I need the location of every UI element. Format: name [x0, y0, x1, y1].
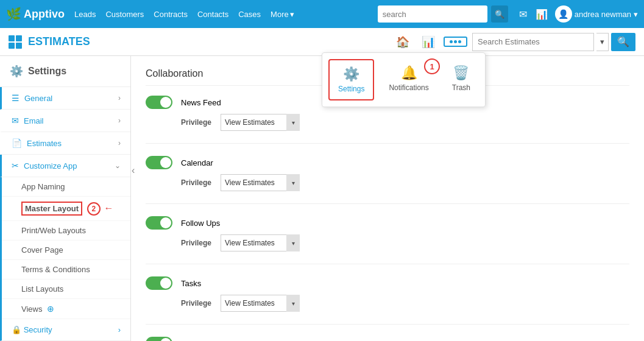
news-feed-toggle[interactable]: [146, 96, 172, 109]
dropdown-trash-label: Trash: [452, 83, 470, 92]
sidebar-item-estimates[interactable]: 📄 Estimates ›: [0, 132, 130, 155]
chevron-down-icon: ▾: [634, 10, 638, 19]
nav-contacts[interactable]: Contacts: [197, 10, 228, 19]
collab-item-tasks: Tasks Privilege View Estimates ▾: [146, 276, 629, 325]
trash-icon: 🗑️: [453, 65, 469, 81]
sidebar-general-label: General: [24, 94, 52, 103]
sidebar-header: ⚙️ Settings: [0, 56, 130, 87]
nav-more[interactable]: More ▾: [271, 10, 294, 19]
nav-cases[interactable]: Cases: [238, 10, 261, 19]
search-button[interactable]: 🔍: [491, 5, 508, 23]
logo-text: Apptivo: [24, 8, 65, 21]
sidebar-customize-label: Customize App: [24, 161, 77, 170]
sub-menu: App Naming Master Layout 2 ← Print/Web L…: [0, 177, 130, 319]
tasks-privilege-select[interactable]: View Estimates: [221, 295, 300, 312]
settings-icon: ⚙️: [343, 66, 359, 82]
sidebar-item-customize-app[interactable]: ✂ Customize App ⌄: [0, 155, 130, 177]
nav-links: Leads Customers Contracts Contacts Cases…: [74, 10, 294, 19]
user-name: andrea newman: [575, 10, 631, 19]
privilege-label-1: Privilege: [181, 178, 214, 187]
sidebar-collapse-area: ‹: [129, 165, 131, 176]
search-estimates-container: ▾ 🔍: [472, 33, 635, 51]
logo-leaf-icon: 🌿: [6, 7, 21, 21]
follow-ups-privilege-select[interactable]: View Estimates: [221, 234, 300, 251]
sidebar-item-views[interactable]: Views ⊕: [2, 299, 130, 319]
general-icon: ☰: [12, 93, 19, 103]
call-logs-toggle[interactable]: [146, 337, 172, 341]
sidebar-email-label: Email: [24, 116, 44, 125]
page-title: ESTIMATES: [28, 35, 90, 48]
notifications-icon: 🔔: [401, 65, 417, 81]
search-estimates-dropdown[interactable]: ▾: [596, 33, 609, 51]
nav-chart-icon[interactable]: 📊: [534, 7, 549, 21]
tasks-toggle[interactable]: [146, 276, 172, 290]
sub-header: ESTIMATES 🏠 📊 ▾ 🔍 ⚙️ Settings 🔔 Notifica…: [0, 28, 644, 56]
sidebar-title: Settings: [28, 66, 66, 77]
user-profile[interactable]: 👤 andrea newman ▾: [555, 5, 638, 23]
sidebar-item-cover-page[interactable]: Cover Page: [2, 241, 130, 260]
calendar-toggle[interactable]: [146, 156, 172, 169]
chevron-down-icon: ⌄: [115, 161, 121, 170]
top-search-area: 🔍: [378, 5, 508, 23]
nav-leads[interactable]: Leads: [74, 10, 96, 19]
estimates-grid-icon: [9, 35, 22, 49]
toggle-knob: [160, 338, 171, 341]
home-icon[interactable]: 🏠: [392, 33, 413, 51]
tasks-label: Tasks: [181, 279, 201, 288]
toggle-knob: [160, 278, 171, 289]
annotation-circle-1: 1: [424, 58, 440, 74]
email-icon: ✉: [12, 116, 19, 125]
sidebar: ⚙️ Settings ☰ General › ✉ Email › 📄 Esti…: [0, 56, 131, 341]
arrow-left-icon: ←: [104, 203, 113, 213]
chevron-right-icon: ›: [118, 325, 121, 334]
privilege-label-0: Privilege: [181, 118, 214, 127]
toggle-knob: [160, 97, 171, 108]
search-estimates-input[interactable]: [472, 33, 594, 51]
security-icon: 🔒: [12, 325, 21, 334]
chevron-right-icon: ›: [118, 139, 121, 147]
collab-item-calendar: Calendar Privilege View Estimates ▾: [146, 156, 629, 204]
sidebar-item-master-layout[interactable]: Master Layout 2 ←: [2, 197, 130, 221]
nav-icons-area: ✉ 📊 👤 andrea newman ▾: [518, 5, 638, 23]
dropdown-settings[interactable]: ⚙️ Settings: [328, 59, 374, 100]
sidebar-item-terms-conditions[interactable]: Terms & Conditions: [2, 260, 130, 279]
sidebar-security-label: Security: [24, 325, 52, 334]
nav-mail-icon[interactable]: ✉: [518, 7, 528, 21]
plus-icon[interactable]: ⊕: [47, 304, 54, 314]
sidebar-item-list-layouts[interactable]: List Layouts: [2, 279, 130, 299]
toggle-knob: [160, 157, 171, 168]
privilege-label-2: Privilege: [181, 239, 214, 247]
calendar-privilege-select[interactable]: View Estimates: [221, 174, 300, 191]
app-logo: 🌿 Apptivo: [6, 7, 65, 21]
follow-ups-toggle[interactable]: [146, 216, 172, 230]
sidebar-item-security[interactable]: 🔒 Security ›: [0, 319, 130, 341]
nav-contracts[interactable]: Contracts: [154, 10, 188, 19]
search-estimates-go[interactable]: 🔍: [611, 33, 635, 51]
chevron-right-icon: ›: [118, 116, 121, 125]
dropdown-trash[interactable]: 🗑️ Trash: [444, 59, 479, 100]
sidebar-item-app-naming[interactable]: App Naming: [2, 177, 130, 197]
dropdown-notifications-label: Notifications: [389, 83, 428, 92]
sidebar-collapse-button[interactable]: ‹: [129, 165, 131, 176]
sidebar-estimates-label: Estimates: [27, 139, 62, 148]
nav-customers[interactable]: Customers: [105, 10, 144, 19]
chart-bar-icon[interactable]: 📊: [418, 33, 439, 51]
annotation-circle-2: 2: [87, 202, 101, 216]
more-options-button[interactable]: [444, 37, 467, 47]
sub-header-actions: 🏠 📊 ▾ 🔍: [392, 33, 635, 51]
news-feed-privilege-select[interactable]: View Estimates: [221, 114, 300, 131]
settings-gear-icon: ⚙️: [10, 65, 23, 78]
dropdown-settings-label: Settings: [338, 85, 364, 93]
sidebar-item-email[interactable]: ✉ Email ›: [0, 110, 130, 132]
sidebar-item-print-web[interactable]: Print/Web Layouts: [2, 221, 130, 241]
follow-ups-label: Follow Ups: [181, 219, 220, 228]
collab-item-call-logs: Call Logs Privilege View Estimates ▾: [146, 337, 629, 341]
top-navigation: 🌿 Apptivo Leads Customers Contracts Cont…: [0, 0, 644, 28]
search-input[interactable]: [378, 5, 487, 23]
collab-item-follow-ups: Follow Ups Privilege View Estimates ▾: [146, 216, 629, 264]
chevron-right-icon: ›: [118, 94, 121, 102]
toggle-knob: [160, 217, 171, 228]
avatar: 👤: [555, 5, 572, 23]
dropdown-menu: ⚙️ Settings 🔔 Notifications 🗑️ Trash: [322, 52, 486, 107]
sidebar-item-general[interactable]: ☰ General ›: [0, 87, 130, 110]
